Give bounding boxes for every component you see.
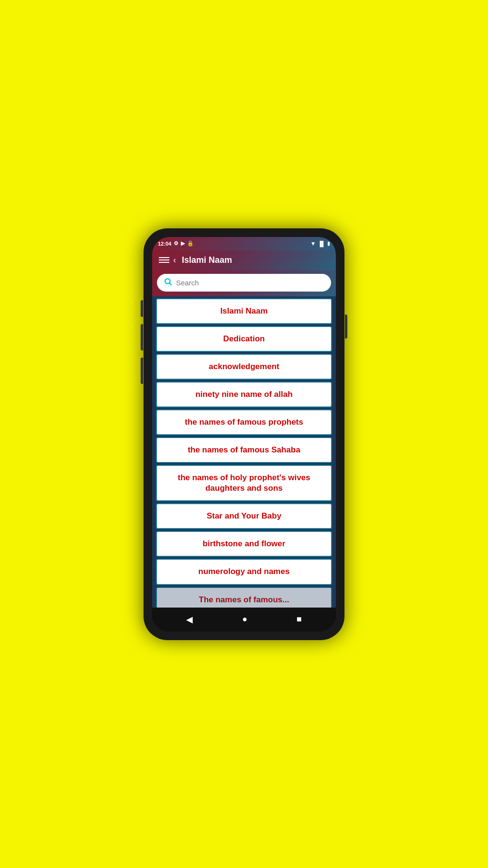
settings-icon: ⚙ <box>174 240 178 247</box>
app-title: Islami Naam <box>182 255 232 265</box>
menu-item-label: acknowledgement <box>209 362 279 371</box>
wifi-icon: ▼ <box>311 240 316 247</box>
svg-line-1 <box>169 283 171 285</box>
power-button <box>345 315 347 338</box>
back-nav-button[interactable]: ◀ <box>186 614 193 625</box>
menu-item-islami-naam[interactable]: Islami Naam <box>156 298 332 324</box>
battery-icon: ▮ <box>327 240 330 247</box>
search-bar[interactable] <box>157 274 331 292</box>
menu-item-numerology[interactable]: numerology and names <box>156 559 332 585</box>
search-input[interactable] <box>176 279 324 287</box>
menu-item-label: birthstone and flower <box>203 539 286 548</box>
menu-list: Islami Naam Dedication acknowledgement n… <box>152 296 336 608</box>
menu-item-label: the names of famous prophets <box>185 417 303 427</box>
menu-item-birthstone[interactable]: birthstone and flower <box>156 531 332 557</box>
menu-item-famous-sahaba[interactable]: the names of famous Sahaba <box>156 437 332 463</box>
menu-item-label: Islami Naam <box>220 306 267 316</box>
menu-item-label: the names of famous Sahaba <box>188 445 300 454</box>
search-icon <box>164 277 172 288</box>
menu-item-dedication[interactable]: Dedication <box>156 326 332 352</box>
lock-icon: 🔒 <box>187 240 194 247</box>
menu-item-label: numerology and names <box>199 567 290 576</box>
menu-item-label: ninety nine name of allah <box>195 390 292 399</box>
media-icon: ▶ <box>181 240 185 247</box>
menu-item-acknowledgement[interactable]: acknowledgement <box>156 354 332 380</box>
recent-nav-icon: ■ <box>297 614 302 624</box>
status-right-icons: ▼ ▐▌ ▮ <box>311 240 330 247</box>
hamburger-icon[interactable] <box>159 257 169 263</box>
menu-item-label: the names of holy prophet's wives daught… <box>177 473 310 493</box>
volume-up-button <box>141 300 143 317</box>
menu-item-ninety-nine-allah[interactable]: ninety nine name of allah <box>156 382 332 407</box>
menu-back-button[interactable]: ‹ <box>159 255 176 265</box>
signal-icon: ▐▌ <box>318 241 325 247</box>
menu-item-famous-prophets[interactable]: the names of famous prophets <box>156 409 332 435</box>
navigation-bar: ◀ ● ■ <box>152 608 336 631</box>
volume-down-button <box>141 324 143 350</box>
menu-item-label: Star and Your Baby <box>207 511 281 520</box>
status-bar: 12:04 ⚙ ▶ 🔒 ▼ ▐▌ ▮ <box>152 237 336 250</box>
back-arrow-icon[interactable]: ‹ <box>173 255 176 265</box>
menu-item-label: The names of famous... <box>199 595 289 604</box>
status-time-area: 12:04 ⚙ ▶ 🔒 <box>158 240 194 247</box>
home-nav-button[interactable]: ● <box>242 614 247 624</box>
menu-item-star-baby[interactable]: Star and Your Baby <box>156 503 332 529</box>
phone-frame: 12:04 ⚙ ▶ 🔒 ▼ ▐▌ ▮ ‹ Islami Naam <box>144 228 344 640</box>
recent-nav-button[interactable]: ■ <box>297 614 302 624</box>
menu-item-more[interactable]: The names of famous... <box>156 587 332 608</box>
back-nav-icon: ◀ <box>186 614 193 625</box>
menu-item-label: Dedication <box>223 334 265 343</box>
menu-item-holy-prophet-family[interactable]: the names of holy prophet's wives daught… <box>156 465 332 501</box>
svg-point-0 <box>165 279 170 284</box>
home-nav-icon: ● <box>242 614 247 624</box>
camera-button <box>141 358 143 384</box>
phone-screen: 12:04 ⚙ ▶ 🔒 ▼ ▐▌ ▮ ‹ Islami Naam <box>152 237 336 631</box>
time-display: 12:04 <box>158 241 171 247</box>
search-bar-container <box>152 270 336 296</box>
app-header: ‹ Islami Naam <box>152 250 336 270</box>
